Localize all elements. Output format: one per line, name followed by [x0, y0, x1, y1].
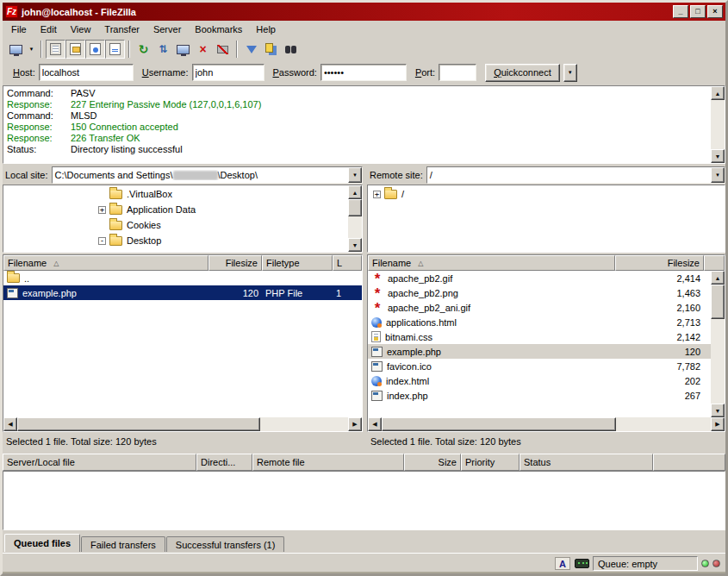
file-row[interactable]: index.html202: [368, 373, 711, 388]
tree-item-root[interactable]: +/: [368, 186, 725, 202]
port-input[interactable]: [439, 64, 476, 81]
file-row-example-php[interactable]: example.php120: [368, 344, 711, 359]
scroll-thumb[interactable]: [348, 199, 362, 216]
scroll-right-icon[interactable]: ▶: [348, 417, 362, 431]
menu-transfer[interactable]: Transfer: [97, 22, 146, 36]
username-input[interactable]: [192, 64, 264, 81]
toggle-remote-tree-button[interactable]: [85, 40, 105, 59]
file-row[interactable]: applications.html2,713: [368, 315, 711, 329]
column-server-local-file[interactable]: Server/Local file: [3, 454, 196, 471]
column-filename[interactable]: Filename△: [3, 255, 208, 271]
column-filename[interactable]: Filename△: [368, 255, 615, 271]
quickconnect-dropdown[interactable]: ▼: [563, 64, 577, 82]
column-filesize[interactable]: Filesize: [615, 255, 704, 271]
scroll-track[interactable]: [616, 417, 711, 431]
scroll-down-icon[interactable]: ▼: [348, 238, 362, 252]
tab-failed-transfers[interactable]: Failed transfers: [81, 536, 165, 552]
encryption-keypad-icon[interactable]: [574, 557, 589, 570]
refresh-button[interactable]: ↻: [134, 40, 153, 59]
site-manager-button[interactable]: [6, 40, 26, 59]
column-size[interactable]: Size: [404, 454, 461, 471]
toggle-message-log-button[interactable]: [46, 40, 65, 59]
column-status[interactable]: Status: [520, 454, 653, 471]
menu-server[interactable]: Server: [146, 22, 188, 36]
file-row[interactable]: index.php267: [368, 388, 711, 403]
password-input[interactable]: [320, 64, 407, 81]
combo-dropdown-icon[interactable]: ▼: [348, 167, 362, 183]
scroll-left-icon[interactable]: ◀: [3, 417, 17, 431]
disconnect-icon: [217, 46, 228, 53]
expand-icon[interactable]: +: [98, 206, 106, 214]
menu-file[interactable]: File: [4, 22, 34, 36]
collapse-icon[interactable]: -: [98, 237, 106, 245]
tab-successful-transfers[interactable]: Successful transfers (1): [166, 536, 285, 552]
scroll-track[interactable]: [348, 216, 362, 238]
scroll-thumb[interactable]: [711, 285, 725, 319]
log-line: Response:227 Entering Passive Mode (127,…: [7, 99, 711, 110]
cancel-operation-button[interactable]: ×: [193, 40, 213, 59]
scroll-down-icon[interactable]: ▼: [711, 404, 725, 417]
find-files-button[interactable]: [281, 40, 301, 59]
scroll-thumb[interactable]: [382, 417, 616, 431]
tree-item-virtualbox[interactable]: .VirtualBox: [3, 186, 348, 202]
log-scrollbar[interactable]: ▲ ▼: [711, 86, 725, 163]
file-row[interactable]: *apache_pb2_ani.gif2,160: [368, 300, 711, 315]
remote-site-label: Remote site:: [367, 170, 423, 180]
toggle-queue-button[interactable]: [105, 40, 125, 59]
column-last-modified[interactable]: L: [333, 255, 362, 271]
scroll-down-icon[interactable]: ▼: [711, 149, 725, 163]
scroll-thumb[interactable]: [17, 417, 260, 431]
file-row-parent-dir[interactable]: ..: [3, 271, 362, 285]
scroll-up-icon[interactable]: ▲: [348, 185, 362, 199]
menu-help[interactable]: Help: [249, 22, 283, 36]
local-tree-scrollbar[interactable]: ▲ ▼: [348, 185, 362, 252]
combo-dropdown-icon[interactable]: ▼: [711, 167, 725, 183]
folder-icon: [109, 205, 122, 215]
queue-list[interactable]: [3, 471, 725, 530]
toggle-local-tree-button[interactable]: [65, 40, 85, 59]
file-row[interactable]: favicon.ico7,782: [368, 359, 711, 373]
menu-view[interactable]: View: [64, 22, 98, 36]
process-queue-button[interactable]: ⇅: [153, 40, 173, 59]
menu-bookmarks[interactable]: Bookmarks: [188, 22, 249, 36]
scroll-track[interactable]: [711, 319, 725, 404]
tree-item-desktop[interactable]: -Desktop: [3, 233, 348, 248]
column-direction[interactable]: Directi...: [196, 454, 252, 471]
scroll-left-icon[interactable]: ◀: [368, 417, 382, 431]
menu-edit[interactable]: Edit: [34, 22, 64, 36]
disconnect-button[interactable]: [213, 40, 233, 59]
minimize-button[interactable]: _: [673, 5, 688, 18]
remote-list-hscrollbar[interactable]: ◀ ▶: [368, 417, 725, 431]
file-row-example-php[interactable]: example.php 120 PHP File 1: [3, 285, 362, 300]
transfer-type-icon[interactable]: A: [555, 557, 570, 570]
maximize-button[interactable]: □: [690, 5, 706, 18]
directory-compare-button[interactable]: [261, 40, 281, 59]
remote-list-vscrollbar[interactable]: ▲ ▼: [711, 271, 725, 417]
tree-item-cookies[interactable]: Cookies: [3, 217, 348, 233]
local-site-path: C:\Documents and Settings\\Desktop\: [53, 170, 348, 181]
scroll-up-icon[interactable]: ▲: [711, 271, 725, 285]
host-input[interactable]: [39, 64, 134, 81]
scroll-track[interactable]: [711, 100, 725, 149]
expand-icon[interactable]: +: [373, 191, 381, 198]
local-list-hscrollbar[interactable]: ◀ ▶: [3, 417, 362, 431]
filter-button[interactable]: [241, 40, 261, 59]
column-filetype[interactable]: Filetype: [262, 255, 333, 271]
column-filesize[interactable]: Filesize: [208, 255, 262, 271]
scroll-right-icon[interactable]: ▶: [711, 417, 725, 431]
file-row[interactable]: *apache_pb2.png1,463: [368, 285, 711, 300]
remote-site-combobox[interactable]: / ▼: [426, 166, 725, 184]
column-remote-file[interactable]: Remote file: [252, 454, 404, 471]
scroll-track[interactable]: [260, 417, 348, 431]
scroll-up-icon[interactable]: ▲: [711, 86, 725, 100]
file-row[interactable]: bitnami.css2,142: [368, 329, 711, 344]
file-row[interactable]: *apache_pb2.gif2,414: [368, 271, 711, 285]
close-button[interactable]: ×: [707, 5, 723, 18]
tree-item-application-data[interactable]: +Application Data: [3, 202, 348, 217]
local-site-combobox[interactable]: C:\Documents and Settings\\Desktop\ ▼: [52, 166, 363, 184]
tab-queued-files[interactable]: Queued files: [4, 534, 80, 552]
quickconnect-button[interactable]: Quickconnect: [485, 64, 560, 82]
site-manager-dropdown[interactable]: ▼: [26, 40, 37, 59]
column-priority[interactable]: Priority: [461, 454, 520, 471]
preview-button[interactable]: [173, 40, 193, 59]
